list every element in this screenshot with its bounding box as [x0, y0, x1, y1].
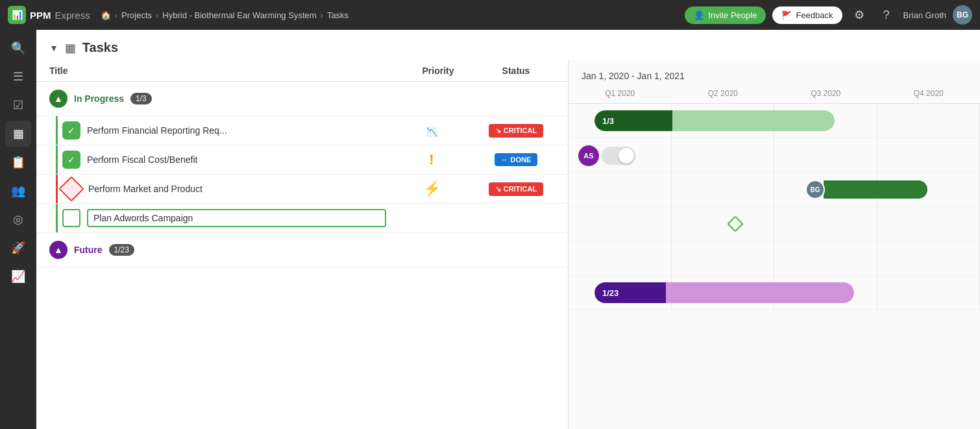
collapse-button[interactable]: ▼ — [49, 43, 58, 53]
quarter-q2: Q2 2020 — [672, 86, 775, 101]
logo-express: Express — [55, 10, 90, 21]
status-badge-critical-3: ↘ CRITICAL — [489, 182, 543, 196]
breadcrumb-home[interactable]: 🏠 — [101, 10, 111, 20]
settings-icon: ⚙ — [854, 8, 864, 22]
chevron-down-icon: ▼ — [49, 43, 58, 53]
sidebar-item-activity[interactable]: ◎ — [5, 206, 31, 232]
task-checkbox-editing[interactable] — [62, 209, 80, 227]
grid-line-3 — [774, 138, 877, 172]
arrow-down-icon: ↘ — [495, 185, 501, 193]
gantt-task-2-element: BG — [805, 180, 927, 199]
gantt-bar-task2[interactable] — [824, 180, 927, 199]
sidebar-item-menu[interactable]: ☰ — [5, 64, 31, 90]
toggle-switch-1[interactable] — [602, 147, 635, 165]
group-count-future: 1/23 — [109, 244, 134, 256]
gantt-task-1-element: AS — [578, 145, 635, 166]
avatar-as: AS — [578, 145, 599, 166]
breadcrumb-projects[interactable]: Projects — [121, 10, 152, 20]
task-header: ▼ ▦ Tasks — [36, 30, 980, 60]
grid-line-2 — [672, 138, 775, 172]
sidebar-item-analytics[interactable]: 📈 — [5, 264, 31, 289]
avatar[interactable]: BG — [953, 5, 972, 25]
settings-button[interactable]: ⚙ — [849, 5, 870, 25]
grid-line-2 — [672, 207, 775, 241]
gantt-task-row-adwords — [569, 241, 980, 276]
sidebar-item-search[interactable]: 🔍 — [5, 35, 31, 61]
task-name-editing[interactable]: Plan Adwords Campaign — [87, 209, 386, 227]
sidebar-item-launch[interactable]: 🚀 — [5, 235, 31, 261]
sidebar: 🔍 ☰ ☑ ▦ 📋 👥 ◎ 🚀 📈 — [0, 30, 36, 429]
task-name-1: Perform Financial Reporting Req... — [87, 125, 386, 136]
invite-label: Invite People — [708, 10, 757, 20]
breadcrumb-sep-1: › — [115, 10, 117, 20]
bar-dark-inprogress: 1/3 — [594, 110, 672, 131]
toggle-knob-1 — [619, 148, 634, 164]
task-checkbox-3[interactable] — [58, 176, 84, 202]
bar-label-inprogress: 1/3 — [602, 116, 614, 126]
status-cell-2: ↔ DONE — [477, 153, 555, 166]
task-name-3: Perform Market and Product — [88, 184, 386, 194]
app-logo: 📊 PPM Express — [8, 6, 90, 24]
invite-people-button[interactable]: 👤 Invite People — [685, 6, 766, 24]
status-badge-done: ↔ DONE — [495, 153, 538, 166]
bar-light-inprogress — [672, 110, 835, 131]
grid-line-1 — [569, 241, 672, 275]
left-panel: Title Priority Status ▲ In Progress 1/3 … — [36, 60, 569, 429]
gantt-grid — [569, 207, 980, 241]
gantt-bar-future[interactable]: 1/23 — [594, 282, 854, 303]
grid-line-1 — [569, 173, 672, 206]
bar-dark-future: 1/23 — [594, 282, 666, 303]
sidebar-item-reports[interactable]: 📋 — [5, 149, 31, 175]
breadcrumb: 🏠 › Projects › Hybrid - Biothermal Ear W… — [101, 10, 680, 20]
breadcrumb-tasks[interactable]: Tasks — [327, 10, 349, 20]
quarter-q3: Q3 2020 — [774, 86, 877, 101]
grid-line-3 — [774, 207, 877, 241]
status-cell-1: ↘ CRITICAL — [477, 124, 555, 138]
gantt-rows: 1/3 AS — [569, 104, 980, 310]
grid-line-2 — [672, 241, 775, 275]
feedback-button[interactable]: 🚩 Feedback — [772, 6, 842, 24]
table-row: ✓ Perform Financial Reporting Req... 📉 ↘… — [36, 116, 568, 145]
grid-line-4 — [877, 104, 981, 138]
right-panel: Jan 1, 2020 - Jan 1, 2021 Q1 2020 Q2 202… — [569, 60, 980, 429]
page-title: Tasks — [82, 40, 118, 55]
grid-line-2 — [672, 173, 775, 206]
gantt-task-row-2: BG — [569, 173, 980, 207]
user-name: Brian Groth — [903, 10, 946, 20]
feedback-label: Feedback — [796, 10, 833, 20]
logo-icon: 📊 — [8, 6, 26, 24]
bar-light-future — [666, 282, 854, 303]
diamond-marker — [727, 215, 743, 232]
sidebar-item-board[interactable]: ▦ — [5, 121, 31, 147]
group-row-inprogress[interactable]: ▲ In Progress 1/3 — [36, 82, 568, 116]
gantt-quarters: Q1 2020 Q2 2020 Q3 2020 Q4 2020 — [569, 84, 980, 104]
quarter-q1: Q1 2020 — [569, 86, 672, 101]
gantt-container: Title Priority Status ▲ In Progress 1/3 … — [36, 60, 980, 429]
critical-priority-icon: 📉 — [426, 127, 437, 137]
gantt-diamond-3[interactable] — [729, 218, 741, 230]
avatar-initials: BG — [957, 10, 968, 19]
gantt-grid — [569, 241, 980, 275]
status-badge-critical-1: ↘ CRITICAL — [489, 124, 543, 138]
group-label-future: Future — [74, 245, 103, 255]
quarter-q4: Q4 2020 — [877, 86, 981, 101]
col-title-header: Title — [49, 66, 399, 76]
logo-text: PPM — [30, 10, 51, 21]
priority-cell-1: 📉 — [393, 123, 471, 138]
table-row: Plan Adwords Campaign — [36, 204, 568, 233]
gantt-bar-inprogress[interactable]: 1/3 — [594, 110, 835, 131]
column-headers: Title Priority Status — [36, 60, 568, 82]
sidebar-item-tasks[interactable]: ☑ — [5, 92, 31, 118]
task-checkbox-1[interactable]: ✓ — [62, 121, 80, 140]
arrow-down-icon: ↘ — [495, 127, 501, 135]
nav-right: 👤 Invite People 🚩 Feedback ⚙ ? Brian Gro… — [685, 5, 972, 25]
col-priority-header: Priority — [399, 66, 477, 76]
task-checkbox-2[interactable]: ✓ — [62, 151, 80, 169]
help-button[interactable]: ? — [876, 5, 897, 25]
breadcrumb-project[interactable]: Hybrid - Biothermal Ear Warming System — [162, 10, 316, 20]
arrow-right-icon: ↔ — [501, 156, 508, 164]
help-icon: ? — [883, 8, 890, 22]
sidebar-item-team[interactable]: 👥 — [5, 178, 31, 204]
gantt-group-row-future: 1/23 — [569, 276, 980, 310]
group-row-future[interactable]: ▲ Future 1/23 — [36, 233, 568, 267]
